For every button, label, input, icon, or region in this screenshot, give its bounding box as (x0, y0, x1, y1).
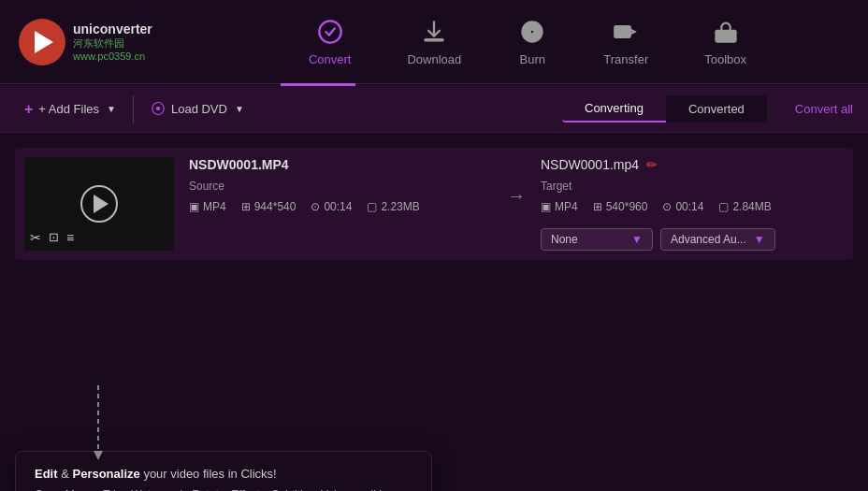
target-resolution-item: ⊞ 540*960 (593, 200, 648, 213)
app-subtitle: 河东软件园 (73, 36, 152, 51)
add-files-button[interactable]: + + Add Files ▼ (15, 95, 125, 123)
logo-area: uniconverter 河东软件园 www.pc0359.cn (19, 19, 206, 65)
tooltip-popup: Edit & Personalize your video files in C… (15, 451, 432, 491)
toolbar-divider (133, 95, 134, 123)
tooltip-bold1: Edit (35, 467, 58, 481)
main-nav: Convert Download Burn (206, 17, 849, 66)
tabs-group: Converting Converted (562, 95, 767, 123)
add-files-label: + Add Files (38, 102, 99, 116)
advanced-dropdown-label: Advanced Au... (671, 233, 746, 246)
convert-label: Convert (309, 52, 352, 66)
nav-item-toolbox[interactable]: Toolbox (704, 17, 746, 66)
add-files-dropdown-arrow: ▼ (107, 104, 116, 114)
logo-text: uniconverter 河东软件园 www.pc0359.cn (73, 22, 152, 62)
transfer-label: Transfer (603, 52, 648, 66)
source-size-item: ▢ 2.23MB (367, 200, 419, 213)
burn-icon (517, 17, 547, 47)
target-resolution: 540*960 (606, 200, 648, 213)
none-dropdown[interactable]: None ▼ (541, 228, 653, 251)
target-format-item: ▣ MP4 (541, 200, 578, 213)
main-content: ✂ ⊡ ≡ NSDW0001.MP4 Source ▣ MP4 ⊞ 944*54… (0, 133, 868, 275)
advanced-dropdown-arrow: ▼ (754, 233, 765, 246)
file-row: ✂ ⊡ ≡ NSDW0001.MP4 Source ▣ MP4 ⊞ 944*54… (15, 148, 853, 260)
target-file-size-icon: ▢ (718, 200, 729, 213)
svg-rect-6 (716, 31, 735, 42)
tab-converted[interactable]: Converted (666, 95, 767, 123)
source-info: NSDW0001.MP4 Source ▣ MP4 ⊞ 944*540 ⊙ 00… (189, 157, 492, 213)
none-dropdown-label: None (551, 233, 578, 246)
target-file-name: NSDW0001.mp4 (541, 157, 639, 172)
load-dvd-label: Load DVD (171, 102, 227, 116)
target-label: Target (541, 180, 844, 193)
target-file-name-row: NSDW0001.mp4 ✏ (541, 157, 844, 172)
load-dvd-dropdown-arrow: ▼ (235, 104, 244, 114)
dvd-icon: ⦿ (151, 101, 166, 118)
download-icon (419, 17, 449, 47)
none-dropdown-arrow: ▼ (631, 233, 643, 246)
svg-rect-1 (425, 38, 444, 42)
source-size: 2.23MB (381, 200, 419, 213)
app-logo-icon (19, 19, 65, 65)
play-button[interactable] (80, 185, 118, 223)
source-duration: 00:14 (324, 200, 352, 213)
convert-icon (315, 17, 345, 47)
nav-item-convert[interactable]: Convert (309, 17, 352, 66)
svg-point-4 (531, 31, 533, 33)
cut-icon[interactable]: ✂ (30, 230, 41, 245)
crop-icon[interactable]: ⊡ (49, 230, 59, 245)
svg-rect-5 (615, 26, 630, 37)
source-resolution-item: ⊞ 944*540 (241, 200, 297, 213)
svg-point-0 (319, 21, 340, 42)
target-meta-row: ▣ MP4 ⊞ 540*960 ⊙ 00:14 ▢ 2.84MB (541, 200, 844, 213)
source-format: MP4 (203, 200, 226, 213)
burn-label: Burn (520, 52, 545, 66)
source-label: Source (189, 180, 492, 193)
file-size-icon: ▢ (367, 200, 377, 213)
app-url: www.pc0359.cn (73, 51, 152, 62)
tooltip-bold2: Personalize (72, 467, 139, 481)
target-format: MP4 (555, 200, 578, 213)
source-duration-item: ⊙ 00:14 (311, 200, 352, 213)
source-file-name: NSDW0001.MP4 (189, 157, 492, 172)
toolbar: + + Add Files ▼ ⦿ Load DVD ▼ Converting … (0, 86, 868, 133)
tooltip-suffix: your video files in Clicks! (143, 467, 276, 481)
resolution-icon: ⊞ (241, 200, 251, 213)
target-resolution-icon: ⊞ (593, 200, 602, 213)
nav-item-download[interactable]: Download (407, 17, 461, 66)
target-format-icon: ▣ (541, 200, 551, 213)
effects-icon[interactable]: ≡ (66, 230, 74, 245)
nav-item-burn[interactable]: Burn (517, 17, 547, 66)
toolbox-label: Toolbox (704, 52, 746, 66)
toolbox-icon (711, 17, 741, 47)
transfer-icon (611, 17, 641, 47)
source-resolution: 944*540 (254, 200, 297, 213)
load-dvd-button[interactable]: ⦿ Load DVD ▼ (141, 95, 253, 123)
target-size-item: ▢ 2.84MB (718, 200, 771, 213)
edit-pencil-icon[interactable]: ✏ (646, 157, 658, 172)
nav-item-transfer[interactable]: Transfer (603, 17, 648, 66)
target-size: 2.84MB (732, 200, 771, 213)
advanced-dropdown[interactable]: Advanced Au... ▼ (660, 228, 775, 251)
target-duration: 00:14 (675, 200, 703, 213)
target-duration-item: ⊙ 00:14 (662, 200, 703, 213)
app-brand-name: uniconverter (73, 22, 152, 36)
source-format-item: ▣ MP4 (189, 200, 226, 213)
target-controls-row: None ▼ Advanced Au... ▼ (541, 228, 844, 251)
tooltip-amp: & (61, 467, 72, 481)
source-meta-row: ▣ MP4 ⊞ 944*540 ⊙ 00:14 ▢ 2.23MB (189, 200, 492, 213)
target-info: NSDW0001.mp4 ✏ Target ▣ MP4 ⊞ 540*960 ⊙ … (541, 157, 844, 251)
video-thumbnail: ✂ ⊡ ≡ (24, 157, 174, 251)
edit-icons-bar: ✂ ⊡ ≡ (30, 230, 74, 245)
tab-converting[interactable]: Converting (562, 95, 666, 123)
tooltip-text-line1: Edit & Personalize your video files in C… (35, 467, 412, 481)
arrow-separator: → (507, 157, 526, 207)
format-icon: ▣ (189, 200, 199, 213)
target-clock-icon: ⊙ (662, 200, 672, 213)
download-label: Download (407, 52, 461, 66)
clock-icon: ⊙ (311, 200, 320, 213)
plus-icon: + (24, 101, 33, 118)
top-bar: uniconverter 河东软件园 www.pc0359.cn Convert (0, 0, 868, 84)
convert-all-button[interactable]: Convert all (795, 102, 853, 116)
